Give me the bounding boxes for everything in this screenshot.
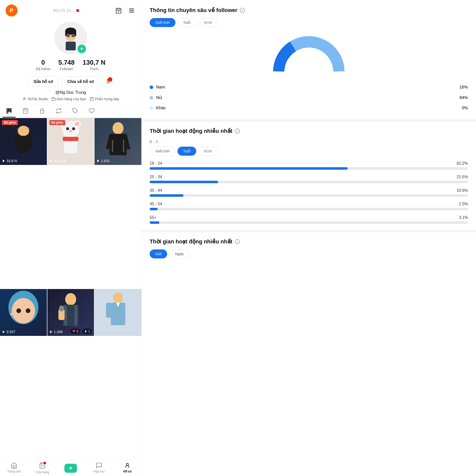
nav-shop[interactable]: Cửa hàng [28,462,57,474]
bottom-nav: Trang chủ Cửa hàng + Hộp thư [0,459,141,476]
create-button[interactable]: + [64,464,77,473]
video-cell-6[interactable] [94,289,141,336]
tab-repost[interactable] [52,105,65,118]
svg-rect-8 [66,42,76,50]
video-cell-5[interactable]: 1.288 3 1 [47,289,94,336]
age-bar-25-34: 25 - 34 21.5% [150,175,468,183]
svg-point-45 [72,127,75,130]
video-cell-1[interactable]: Đã ghim 33,8 N [0,118,47,165]
section-divider-2 [142,230,476,232]
svg-rect-31 [40,111,44,113]
svg-point-70 [113,293,123,303]
section3-title: Thời gian hoạt động nhiều nhất i [150,238,468,245]
tiktok-studio-link[interactable]: TikTok Studio [22,97,48,101]
svg-point-44 [66,127,69,130]
dot-khac [150,106,153,110]
svg-point-58 [26,308,31,313]
svg-rect-0 [116,8,121,13]
gender-chart [150,33,468,78]
svg-point-34 [18,126,29,136]
video-cell-2[interactable]: Đã ghim 121,8 N [47,118,94,165]
bar-fill-18-24 [150,167,348,170]
bar-fill-55-plus [150,221,159,224]
age-bar-35-44: 35 - 44 10.6% [150,188,468,197]
legend-nam: Nam 16% [150,82,468,92]
add-follow-button[interactable]: + [77,45,86,53]
svg-point-46 [69,130,72,133]
video-grid: Đã ghim 33,8 N [0,118,141,459]
svg-rect-25 [10,109,11,110]
bar-fill-25-34 [150,181,218,183]
svg-marker-49 [50,159,52,162]
dot-nu [150,96,153,100]
svg-rect-23 [7,109,8,110]
filter-tab-location-1[interactable]: Vị trí [198,18,218,27]
stat-num-follower: 5.748 [58,59,75,66]
tab-lock[interactable] [36,105,49,118]
profile-section: + 0 Đã follow 5.748 Follower 130,7 N Thí… [0,19,141,105]
active-time-section: Thời gian hoạt động nhiều nhất i g... y.… [150,128,468,224]
filter-tab-ngay[interactable]: Ngày [169,249,189,258]
svg-marker-68 [50,330,52,333]
nav-profile-label: Hồ sơ [123,470,131,473]
section-divider-1 [142,119,476,122]
notif-badge: 1 [108,77,112,82]
tab-grid[interactable] [3,105,16,118]
filter-tab-age-2[interactable]: Tuổi [177,147,196,156]
svg-point-57 [16,308,21,313]
user-avatar-p: P [6,5,18,17]
username-display: @Ng Duc Trung [55,90,86,95]
svg-rect-53 [123,140,124,152]
filter-tab-location-2[interactable]: Vị trí [198,147,218,156]
nav-profile[interactable]: Hồ sơ [113,462,141,474]
info-icon-2[interactable]: i [235,129,240,134]
svg-rect-27 [9,110,10,112]
orders-link[interactable]: Đơn hàng của bạn [52,97,86,101]
svg-point-62 [65,293,76,305]
info-icon-3[interactable]: i [235,239,240,244]
nav-plus[interactable]: + [57,462,85,474]
svg-rect-12 [74,31,76,36]
svg-point-56 [12,298,35,323]
age-bar-45-54: 45 - 54 2.5% [150,202,468,210]
tab-tag[interactable] [69,105,82,118]
info-icon-1[interactable]: i [240,8,245,13]
showcase-link[interactable]: Phần trưng bày [90,97,119,101]
filter-tab-gio[interactable]: Giờ [150,249,167,258]
svg-point-43 [75,122,79,126]
nav-home-label: Trang chủ [7,470,21,473]
top-icons [114,6,136,15]
filter-tab-gender-2[interactable]: Giới tính [150,147,175,156]
live-hearts: 3 [70,329,80,334]
svg-point-16 [67,35,69,37]
tab-heart[interactable] [85,105,98,118]
menu-icon-btn[interactable] [127,6,136,15]
video-cell-3[interactable]: 2.631 [94,118,141,165]
svg-rect-65 [74,305,77,326]
section3-filter-tabs: Giờ Ngày [150,249,468,258]
filter-tab-age-1[interactable]: Tuổi [177,18,196,27]
svg-rect-11 [65,31,67,36]
section1-filter-tabs: Giới tính Tuổi Vị trí [150,18,468,27]
svg-rect-18 [67,38,74,40]
edit-profile-button[interactable]: Sửa hồ sơ [28,76,59,87]
video-cell-4[interactable]: 9.557 [0,289,47,336]
filter-tab-gender-1[interactable]: Giới tính [150,18,175,27]
calendar-icon-btn[interactable] [114,6,123,15]
svg-point-60 [11,313,12,315]
share-profile-button[interactable]: Chia sẻ hồ sơ [62,76,100,87]
notification-button[interactable]: 1 [103,76,114,87]
legend-nu: Nữ 84% [150,92,468,103]
svg-point-67 [59,305,64,311]
shop-notif-dot [44,462,46,464]
svg-marker-54 [97,159,99,162]
svg-rect-48 [63,137,78,141]
stat-likes: 130,7 N Thích [83,59,106,71]
tab-store[interactable] [19,105,32,118]
svg-rect-52 [112,140,113,152]
age-bar-55-plus: 55+ 3.1% [150,215,468,224]
nav-inbox[interactable]: Hộp thư [85,462,113,474]
nav-home[interactable]: Trang chủ [0,462,28,474]
bar-fill-45-54 [150,208,158,210]
svg-point-50 [113,122,124,134]
